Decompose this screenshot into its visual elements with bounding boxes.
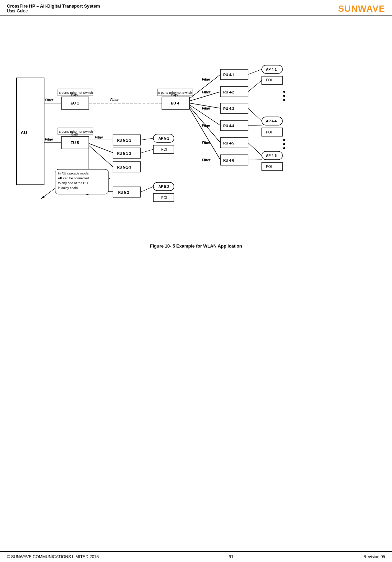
svg-text:to any one of the  RU: to any one of the RU [58,181,88,185]
diagram-svg: Fiber Fiber Fiber Fiber Fiber Fiber Fibe… [10,30,382,243]
svg-line-21 [141,138,153,140]
svg-text:Fiber: Fiber [202,107,211,110]
svg-line-25 [141,187,153,192]
svg-rect-41 [262,76,282,84]
svg-rect-48 [262,128,282,136]
svg-text:EU 5: EU 5 [71,141,79,145]
svg-text:RU 5-1-1: RU 5-1-1 [117,139,131,142]
svg-text:Fiber: Fiber [95,136,104,139]
logo-wave: WAVE [358,3,385,14]
svg-text:RU 4-3: RU 4-3 [223,107,234,111]
footer: © SUNWAVE COMMUNICATIONS LIMITED 2015 91… [0,551,392,562]
svg-text:EU 4: EU 4 [171,101,179,105]
svg-point-46 [283,99,285,101]
svg-text:POI: POI [161,196,167,200]
svg-text:Fiber: Fiber [202,141,211,145]
svg-text:POI: POI [266,78,272,82]
svg-text:RU 4-2: RU 4-2 [223,90,234,94]
header-left: CrossFire HP – All-Digital Transport Sys… [7,3,100,13]
svg-text:AP 4-1: AP 4-1 [266,68,277,71]
svg-text:AP 4-6: AP 4-6 [266,154,277,158]
svg-text:POI: POI [161,148,167,151]
svg-point-51 [283,139,285,141]
document-title: CrossFire HP – All-Digital Transport Sys… [7,3,100,9]
svg-text:RU 4-4: RU 4-4 [223,124,234,128]
svg-text:Fiber: Fiber [110,98,119,102]
svg-line-11 [89,143,113,153]
svg-text:POI: POI [266,165,272,169]
svg-text:AU: AU [21,130,27,135]
svg-text:POI: POI [266,130,272,134]
svg-point-45 [283,95,285,97]
svg-text:RU 5-1-3: RU 5-1-3 [117,165,131,169]
svg-point-44 [283,91,285,93]
copyright: © SUNWAVE COMMUNICATIONS LIMITED 2015 [7,554,99,559]
svg-line-42 [248,69,262,74]
svg-text:RU 4-6: RU 4-6 [223,159,234,162]
svg-text:In RU cascade mode,: In RU cascade mode, [58,171,89,175]
svg-text:RU 5-2: RU 5-2 [118,191,129,194]
svg-line-22 [141,149,153,153]
svg-text:in daisy chain: in daisy chain [58,186,78,190]
svg-text:Fiber: Fiber [202,90,211,94]
svg-line-56 [248,143,262,155]
svg-line-49 [248,108,262,121]
svg-text:EU 1: EU 1 [71,101,79,105]
svg-text:AP 5-2: AP 5-2 [158,185,169,189]
svg-text:Fiber: Fiber [45,98,54,102]
header: CrossFire HP – All-Digital Transport Sys… [0,0,392,16]
svg-text:Cat5: Cat5 [171,93,178,97]
svg-text:AP can be connected: AP can be connected [58,176,89,180]
svg-text:Fiber: Fiber [202,158,211,162]
svg-point-52 [283,143,285,145]
svg-line-50 [248,125,262,126]
svg-line-33 [189,108,220,160]
diagram-area: Fiber Fiber Fiber Fiber Fiber Fiber Fibe… [10,30,382,243]
svg-line-104 [41,188,55,199]
svg-text:RU 4-1: RU 4-1 [223,73,234,77]
svg-rect-55 [262,162,282,171]
company-logo: SUNWAVE [338,3,385,14]
svg-text:RU 4-5: RU 4-5 [223,141,234,145]
svg-line-57 [248,160,262,160]
svg-text:Fiber: Fiber [202,78,211,81]
svg-text:RU 5-1-2: RU 5-1-2 [117,152,131,155]
svg-text:Fiber: Fiber [45,138,54,141]
svg-point-53 [283,147,285,149]
svg-text:Cat5: Cat5 [71,132,78,136]
svg-text:Fiber: Fiber [202,124,211,128]
svg-text:Cat5: Cat5 [71,93,78,97]
svg-text:AP 4-4: AP 4-4 [266,119,277,123]
svg-line-43 [248,80,262,92]
document-subtitle: User Guide [7,9,100,13]
figure-caption: Figure 10- 5 Example for WLAN Applicatio… [0,243,392,249]
logo-sun: SUN [338,3,358,14]
svg-line-12 [89,145,113,167]
svg-text:AP 5-1: AP 5-1 [158,137,169,140]
revision: Revision 05 [363,554,385,559]
page-number: 91 [229,554,233,559]
